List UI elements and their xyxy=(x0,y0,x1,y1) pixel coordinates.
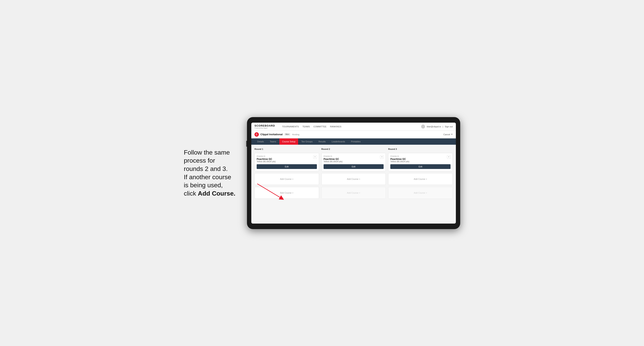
add-course-r1-2[interactable]: Add Course + xyxy=(254,187,319,199)
instruction-line1: Follow the same xyxy=(184,149,230,156)
cancel-label: Cancel xyxy=(444,133,450,136)
course-tag-r2: (Course A) xyxy=(324,155,380,157)
course-card-info-r2: (Course A) Peachtree GC Yellow (M) (6629… xyxy=(324,155,380,164)
round-2-column: Round 2 (Course A) Peachtree GC Yellow (… xyxy=(322,148,386,199)
nav-teams[interactable]: TEAMS xyxy=(302,125,310,128)
clippd-logo: C xyxy=(254,132,259,137)
powered-by: Powered by clippd xyxy=(254,127,275,129)
add-course-r1-1-text: Add Course + xyxy=(280,178,294,180)
course-card-header-r2: (Course A) Peachtree GC Yellow (M) (6629… xyxy=(324,155,384,164)
page-wrapper: Follow the same process for rounds 2 and… xyxy=(184,117,460,229)
edit-course-r2[interactable]: Edit xyxy=(324,164,384,169)
sign-out-link[interactable]: Sign out xyxy=(445,125,453,128)
course-name-r3: Peachtree GC xyxy=(390,158,447,161)
round-3-column: Round 3 (Course A) Peachtree GC Yellow (… xyxy=(388,148,453,199)
course-name-r2: Peachtree GC xyxy=(324,158,380,161)
course-detail-r3: Yellow (M) (6629 yds) xyxy=(390,161,447,163)
tab-bar: Details Teams Course Setup Tee Groups Re… xyxy=(251,138,456,145)
add-course-r2-1-text: Add Course + xyxy=(347,178,360,180)
course-tag-r1: (Course A) xyxy=(257,155,313,157)
delete-course-r1[interactable]: × xyxy=(313,155,317,159)
rounds-grid: Round 1 (Course A) Peachtree GC Yellow (… xyxy=(254,148,453,199)
tournament-name: Clippd Invitational xyxy=(260,133,283,136)
sub-header: C Clippd Invitational Men Hosting Cancel… xyxy=(251,131,456,138)
course-card-header-r3: (Course A) Peachtree GC Yellow (M) (6629… xyxy=(390,155,450,164)
main-content: Round 1 (Course A) Peachtree GC Yellow (… xyxy=(251,145,456,224)
course-name-r1: Peachtree GC xyxy=(257,158,313,161)
round-2-course-card: (Course A) Peachtree GC Yellow (M) (6629… xyxy=(322,153,386,171)
course-card-info-r3: (Course A) Peachtree GC Yellow (M) (6629… xyxy=(390,155,447,164)
add-course-r3-1[interactable]: Add Course + xyxy=(388,173,453,185)
add-course-r2-1[interactable]: Add Course + xyxy=(322,173,386,185)
course-card-info: (Course A) Peachtree GC Yellow (M) (6629… xyxy=(257,155,313,164)
scoreboard-logo: SCOREBOARD xyxy=(254,124,275,127)
instruction-text: Follow the same process for rounds 2 and… xyxy=(184,149,239,198)
nav-user: blair@clippd.io | Sign out xyxy=(421,125,453,129)
nav-tournaments[interactable]: TOURNAMENTS xyxy=(282,125,299,128)
course-detail-r2: Yellow (M) (6629 yds) xyxy=(324,161,380,163)
top-nav: SCOREBOARD Powered by clippd TOURNAMENTS… xyxy=(251,123,456,131)
round-3-course-card: (Course A) Peachtree GC Yellow (M) (6629… xyxy=(388,153,453,171)
delete-course-r3[interactable]: × xyxy=(447,155,450,159)
instruction-line3: rounds 2 and 3. xyxy=(184,165,228,172)
add-course-r3-1-text: Add Course + xyxy=(414,178,427,180)
instruction-line4: If another course xyxy=(184,173,231,180)
edit-course-r3[interactable]: Edit xyxy=(390,164,450,169)
tab-course-setup[interactable]: Course Setup xyxy=(279,138,298,145)
logo-area: SCOREBOARD Powered by clippd xyxy=(254,124,275,129)
tab-teams[interactable]: Teams xyxy=(267,138,279,145)
instruction-line6: click xyxy=(184,190,198,197)
round-1-label: Round 1 xyxy=(254,148,319,150)
user-email: blair@clippd.io xyxy=(427,125,441,128)
edit-course-r1[interactable]: Edit xyxy=(257,164,317,169)
add-course-r2-2-text: Add Course + xyxy=(347,192,360,194)
course-card-header: (Course A) Peachtree GC Yellow (M) (6629… xyxy=(257,155,317,164)
add-course-r1-1[interactable]: Add Course + xyxy=(254,173,319,185)
course-tag-r3: (Course A) xyxy=(390,155,447,157)
add-course-r3-2: Add Course + xyxy=(388,187,453,199)
instruction-line5: is being used, xyxy=(184,181,223,189)
add-course-r1-2-text: Add Course + xyxy=(280,192,294,194)
add-course-r2-2: Add Course + xyxy=(322,187,386,199)
nav-pipe: | xyxy=(443,125,443,128)
gender-badge: Men xyxy=(284,133,290,136)
add-course-r3-2-text: Add Course + xyxy=(414,192,427,194)
user-avatar xyxy=(421,125,425,129)
round-1-column: Round 1 (Course A) Peachtree GC Yellow (… xyxy=(254,148,319,199)
round-1-course-card: (Course A) Peachtree GC Yellow (M) (6629… xyxy=(254,153,319,171)
tab-printables[interactable]: Printables xyxy=(348,138,364,145)
nav-links: TOURNAMENTS TEAMS COMMITTEE RANKINGS xyxy=(282,125,417,128)
cancel-icon: ✕ xyxy=(451,133,453,136)
tab-leaderboards[interactable]: Leaderboards xyxy=(329,138,348,145)
tab-results[interactable]: Results xyxy=(316,138,328,145)
round-2-label: Round 2 xyxy=(322,148,386,150)
tablet-frame: SCOREBOARD Powered by clippd TOURNAMENTS… xyxy=(247,117,460,229)
hosting-label: Hosting xyxy=(292,133,299,136)
instruction-bold: Add Course. xyxy=(198,190,235,197)
tablet-side-button xyxy=(246,141,247,147)
nav-committee[interactable]: COMMITTEE xyxy=(314,125,326,128)
tournament-info: C Clippd Invitational Men Hosting xyxy=(254,132,299,137)
tab-details[interactable]: Details xyxy=(254,138,267,145)
course-detail-r1: Yellow (M) (6629 yds) xyxy=(257,161,313,163)
delete-course-r2[interactable]: × xyxy=(380,155,384,159)
cancel-button[interactable]: Cancel ✕ xyxy=(444,133,453,136)
round-3-label: Round 3 xyxy=(388,148,453,150)
nav-rankings[interactable]: RANKINGS xyxy=(330,125,341,128)
instruction-line2: process for xyxy=(184,157,215,164)
tab-tee-groups[interactable]: Tee Groups xyxy=(298,138,315,145)
tablet-screen: SCOREBOARD Powered by clippd TOURNAMENTS… xyxy=(251,123,456,224)
